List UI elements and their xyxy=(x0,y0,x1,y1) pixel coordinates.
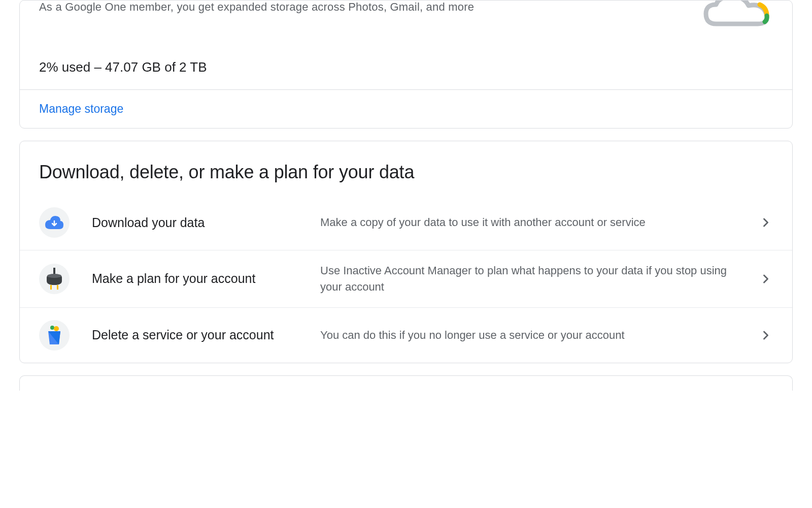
make-plan-row[interactable]: Make a plan for your account Use Inactiv… xyxy=(20,250,792,307)
cloud-download-icon xyxy=(39,207,70,238)
trash-icon xyxy=(39,320,70,351)
data-options-card: Download, delete, or make a plan for you… xyxy=(19,141,793,363)
delete-service-row[interactable]: Delete a service or your account You can… xyxy=(20,307,792,363)
storage-card: As a Google One member, you get expanded… xyxy=(19,0,793,129)
chevron-right-icon xyxy=(759,328,773,342)
download-data-row[interactable]: Download your data Make a copy of your d… xyxy=(20,195,792,250)
storage-subtitle: As a Google One member, you get expanded… xyxy=(39,1,773,14)
option-label: Make a plan for your account xyxy=(92,271,320,286)
storage-summary: As a Google One member, you get expanded… xyxy=(20,1,792,89)
option-description: You can do this if you no longer use a s… xyxy=(320,327,759,343)
storage-usage-text: 2% used – 47.07 GB of 2 TB xyxy=(39,59,773,75)
svg-rect-3 xyxy=(57,285,58,290)
svg-point-5 xyxy=(54,326,59,331)
svg-point-1 xyxy=(47,274,61,278)
next-card-peek xyxy=(19,375,793,391)
option-description: Make a copy of your data to use it with … xyxy=(320,214,759,231)
cloud-storage-icon xyxy=(702,0,773,31)
data-section-title: Download, delete, or make a plan for you… xyxy=(20,141,792,195)
option-description: Use Inactive Account Manager to plan wha… xyxy=(320,263,759,295)
option-label: Delete a service or your account xyxy=(92,328,320,342)
option-label: Download your data xyxy=(92,215,320,230)
chevron-right-icon xyxy=(759,272,773,286)
svg-point-4 xyxy=(50,326,54,330)
plug-icon xyxy=(39,264,70,294)
chevron-right-icon xyxy=(759,215,773,230)
svg-rect-2 xyxy=(50,285,52,290)
svg-rect-0 xyxy=(53,268,55,275)
manage-storage-link[interactable]: Manage storage xyxy=(20,90,792,128)
